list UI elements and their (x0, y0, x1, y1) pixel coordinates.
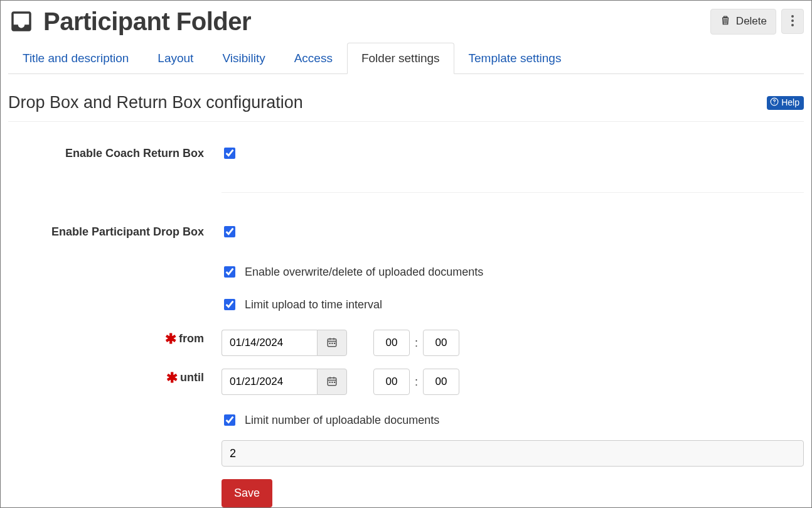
header: Participant Folder Delete (8, 6, 804, 37)
row-from: ✱from : (8, 330, 804, 356)
section-title: Drop Box and Return Box configuration (8, 93, 303, 112)
svg-point-2 (791, 24, 794, 26)
required-marker: ✱ (165, 331, 176, 347)
until-date-picker-button[interactable] (317, 369, 347, 395)
divider (222, 192, 804, 193)
more-menu-button[interactable] (781, 9, 804, 34)
row-coach-return: Enable Coach Return Box (8, 146, 804, 161)
title-group: Participant Folder (8, 6, 251, 37)
time-colon: : (415, 337, 418, 350)
tab-folder-settings[interactable]: Folder settings (347, 43, 454, 74)
delete-button[interactable]: Delete (710, 9, 776, 35)
time-colon: : (415, 376, 418, 389)
tab-access[interactable]: Access (280, 43, 347, 74)
svg-rect-15 (329, 381, 331, 382)
calendar-icon (326, 376, 338, 389)
until-date-input[interactable] (222, 369, 317, 395)
checkbox-limit-num[interactable] (224, 414, 235, 426)
svg-rect-8 (329, 342, 331, 343)
tab-layout[interactable]: Layout (143, 43, 208, 74)
from-hour-input[interactable] (373, 330, 410, 356)
required-marker: ✱ (166, 370, 178, 386)
calendar-icon (326, 337, 338, 350)
label-limit-time: Limit upload to time interval (245, 298, 382, 311)
row-dropbox: Enable Participant Drop Box (8, 224, 804, 239)
header-actions: Delete (710, 9, 804, 35)
checkbox-dropbox[interactable] (224, 226, 235, 237)
until-hour-input[interactable] (373, 369, 410, 395)
tab-title-description[interactable]: Title and description (8, 43, 143, 74)
label-from: from (179, 332, 204, 345)
limit-num-group: Limit number of uploadable documents (222, 413, 804, 428)
row-save: Save (8, 479, 804, 507)
svg-point-1 (791, 19, 794, 22)
help-button[interactable]: Help (767, 96, 804, 110)
kebab-icon (791, 14, 794, 29)
label-coach-return: Enable Coach Return Box (8, 146, 222, 160)
checkbox-coach-return[interactable] (224, 148, 235, 159)
from-date-picker-button[interactable] (317, 330, 347, 356)
checkbox-limit-time[interactable] (224, 299, 235, 310)
save-button[interactable]: Save (222, 479, 272, 507)
svg-rect-9 (331, 342, 333, 343)
overwrite-group: Enable overwrite/delete of uploaded docu… (222, 264, 804, 279)
tab-visibility[interactable]: Visibility (208, 43, 279, 74)
limit-time-group: Limit upload to time interval (222, 297, 804, 312)
label-limit-num: Limit number of uploadable documents (245, 414, 439, 427)
checkbox-overwrite[interactable] (224, 266, 235, 278)
app-frame: Participant Folder Delete Title and desc… (0, 0, 812, 508)
svg-rect-17 (334, 381, 335, 382)
row-limit-time: Limit upload to time interval (8, 297, 804, 312)
trash-icon (720, 14, 731, 29)
help-label: Help (781, 97, 799, 107)
page-title: Participant Folder (43, 8, 251, 36)
limit-num-input[interactable] (222, 440, 804, 467)
row-limit-num-value (8, 440, 804, 467)
label-dropbox: Enable Participant Drop Box (8, 224, 222, 239)
delete-label: Delete (736, 15, 767, 28)
help-icon (770, 97, 779, 108)
inbox-icon (8, 6, 35, 37)
row-overwrite: Enable overwrite/delete of uploaded docu… (8, 264, 804, 279)
until-min-input[interactable] (423, 369, 459, 395)
from-min-input[interactable] (423, 330, 459, 356)
label-until: until (180, 371, 204, 384)
tab-template-settings[interactable]: Template settings (454, 43, 576, 74)
form: Enable Coach Return Box Enable Participa… (8, 146, 804, 507)
tabs: Title and description Layout Visibility … (8, 42, 804, 74)
label-overwrite: Enable overwrite/delete of uploaded docu… (245, 266, 483, 279)
svg-point-0 (791, 15, 794, 18)
row-until: ✱until : (8, 369, 804, 395)
row-limit-num: Limit number of uploadable documents (8, 413, 804, 428)
svg-rect-10 (334, 342, 335, 343)
svg-rect-16 (331, 381, 333, 382)
section-header: Drop Box and Return Box configuration He… (8, 93, 804, 122)
from-date-input[interactable] (222, 330, 317, 356)
